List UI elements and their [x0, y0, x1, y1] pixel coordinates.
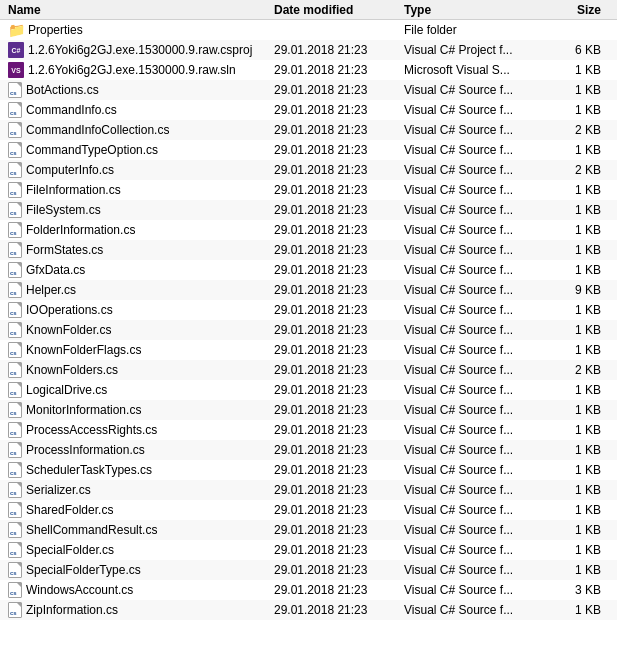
file-date-cell: 29.01.2018 21:23 [274, 423, 404, 437]
filename-text: CommandInfo.cs [26, 103, 117, 117]
file-type-cell: Visual C# Source f... [404, 103, 549, 117]
table-row[interactable]: cs LogicalDrive.cs 29.01.2018 21:23 Visu… [0, 380, 617, 400]
table-row[interactable]: cs KnownFolders.cs 29.01.2018 21:23 Visu… [0, 360, 617, 380]
file-size-cell: 1 KB [549, 383, 609, 397]
file-date-cell: 29.01.2018 21:23 [274, 463, 404, 477]
file-name-cell: cs SchedulerTaskTypes.cs [4, 462, 274, 478]
file-date-cell: 29.01.2018 21:23 [274, 523, 404, 537]
table-row[interactable]: cs ComputerInfo.cs 29.01.2018 21:23 Visu… [0, 160, 617, 180]
table-row[interactable]: cs CommandInfo.cs 29.01.2018 21:23 Visua… [0, 100, 617, 120]
filename-text: FileInformation.cs [26, 183, 121, 197]
file-name-cell: cs ShellCommandResult.cs [4, 522, 274, 538]
file-name-cell: cs ProcessInformation.cs [4, 442, 274, 458]
file-size-cell: 1 KB [549, 343, 609, 357]
file-name-cell: cs CommandInfoCollection.cs [4, 122, 274, 138]
filename-text: KnownFolder.cs [26, 323, 111, 337]
file-type-cell: Visual C# Source f... [404, 83, 549, 97]
col-header-size[interactable]: Size [549, 3, 609, 17]
file-date-cell: 29.01.2018 21:23 [274, 183, 404, 197]
filename-text: SpecialFolder.cs [26, 543, 114, 557]
file-list: Name Date modified Type Size 📁 Propertie… [0, 0, 617, 620]
file-name-cell: cs FolderInformation.cs [4, 222, 274, 238]
file-name-cell: cs CommandInfo.cs [4, 102, 274, 118]
table-row[interactable]: cs CommandTypeOption.cs 29.01.2018 21:23… [0, 140, 617, 160]
table-row[interactable]: cs SchedulerTaskTypes.cs 29.01.2018 21:2… [0, 460, 617, 480]
table-row[interactable]: cs ZipInformation.cs 29.01.2018 21:23 Vi… [0, 600, 617, 620]
cs-file-icon: cs [8, 582, 22, 598]
file-date-cell: 29.01.2018 21:23 [274, 343, 404, 357]
cs-file-icon: cs [8, 122, 22, 138]
table-row[interactable]: cs BotActions.cs 29.01.2018 21:23 Visual… [0, 80, 617, 100]
file-date-cell: 29.01.2018 21:23 [274, 103, 404, 117]
file-size-cell: 1 KB [549, 63, 609, 77]
file-type-cell: Visual C# Source f... [404, 583, 549, 597]
file-size-cell: 1 KB [549, 243, 609, 257]
table-row[interactable]: cs FileSystem.cs 29.01.2018 21:23 Visual… [0, 200, 617, 220]
file-date-cell: 29.01.2018 21:23 [274, 403, 404, 417]
filename-text: ShellCommandResult.cs [26, 523, 157, 537]
cs-file-icon: cs [8, 502, 22, 518]
filename-text: ProcessAccessRights.cs [26, 423, 157, 437]
table-row[interactable]: cs ProcessInformation.cs 29.01.2018 21:2… [0, 440, 617, 460]
file-date-cell: 29.01.2018 21:23 [274, 63, 404, 77]
filename-text: CommandInfoCollection.cs [26, 123, 169, 137]
table-row[interactable]: cs WindowsAccount.cs 29.01.2018 21:23 Vi… [0, 580, 617, 600]
cs-file-icon: cs [8, 182, 22, 198]
file-type-cell: Visual C# Source f... [404, 183, 549, 197]
file-type-cell: Visual C# Source f... [404, 603, 549, 617]
file-size-cell: 1 KB [549, 563, 609, 577]
column-headers: Name Date modified Type Size [0, 0, 617, 20]
table-row[interactable]: cs Helper.cs 29.01.2018 21:23 Visual C# … [0, 280, 617, 300]
file-type-cell: Visual C# Source f... [404, 523, 549, 537]
table-row[interactable]: 📁 Properties File folder [0, 20, 617, 40]
table-row[interactable]: VS 1.2.6Yoki6g2GJ.exe.1530000.9.raw.sln … [0, 60, 617, 80]
table-row[interactable]: cs SpecialFolderType.cs 29.01.2018 21:23… [0, 560, 617, 580]
col-header-type[interactable]: Type [404, 3, 549, 17]
table-row[interactable]: cs Serializer.cs 29.01.2018 21:23 Visual… [0, 480, 617, 500]
file-type-cell: Visual C# Source f... [404, 283, 549, 297]
file-name-cell: cs FormStates.cs [4, 242, 274, 258]
cs-file-icon: cs [8, 262, 22, 278]
cs-file-icon: cs [8, 482, 22, 498]
table-row[interactable]: cs KnownFolder.cs 29.01.2018 21:23 Visua… [0, 320, 617, 340]
table-row[interactable]: cs SharedFolder.cs 29.01.2018 21:23 Visu… [0, 500, 617, 520]
file-type-cell: Visual C# Source f... [404, 223, 549, 237]
file-size-cell: 1 KB [549, 443, 609, 457]
col-header-date[interactable]: Date modified [274, 3, 404, 17]
file-size-cell: 1 KB [549, 143, 609, 157]
filename-text: 1.2.6Yoki6g2GJ.exe.1530000.9.raw.sln [28, 63, 236, 77]
file-size-cell: 2 KB [549, 123, 609, 137]
file-name-cell: cs KnownFolder.cs [4, 322, 274, 338]
filename-text: Properties [28, 23, 83, 37]
table-row[interactable]: cs ShellCommandResult.cs 29.01.2018 21:2… [0, 520, 617, 540]
table-row[interactable]: cs IOOperations.cs 29.01.2018 21:23 Visu… [0, 300, 617, 320]
filename-text: FileSystem.cs [26, 203, 101, 217]
cs-file-icon: cs [8, 82, 22, 98]
file-name-cell: cs SpecialFolderType.cs [4, 562, 274, 578]
filename-text: ComputerInfo.cs [26, 163, 114, 177]
table-row[interactable]: cs FileInformation.cs 29.01.2018 21:23 V… [0, 180, 617, 200]
file-date-cell: 29.01.2018 21:23 [274, 83, 404, 97]
file-type-cell: Visual C# Source f... [404, 423, 549, 437]
table-row[interactable]: cs GfxData.cs 29.01.2018 21:23 Visual C#… [0, 260, 617, 280]
file-date-cell: 29.01.2018 21:23 [274, 503, 404, 517]
table-row[interactable]: cs SpecialFolder.cs 29.01.2018 21:23 Vis… [0, 540, 617, 560]
file-date-cell: 29.01.2018 21:23 [274, 283, 404, 297]
cs-file-icon: cs [8, 602, 22, 618]
file-type-cell: Visual C# Source f... [404, 343, 549, 357]
file-type-cell: Visual C# Source f... [404, 503, 549, 517]
table-row[interactable]: cs ProcessAccessRights.cs 29.01.2018 21:… [0, 420, 617, 440]
table-row[interactable]: cs MonitorInformation.cs 29.01.2018 21:2… [0, 400, 617, 420]
table-row[interactable]: cs FormStates.cs 29.01.2018 21:23 Visual… [0, 240, 617, 260]
file-size-cell: 9 KB [549, 283, 609, 297]
cs-file-icon: cs [8, 542, 22, 558]
table-row[interactable]: cs KnownFolderFlags.cs 29.01.2018 21:23 … [0, 340, 617, 360]
table-row[interactable]: cs CommandInfoCollection.cs 29.01.2018 2… [0, 120, 617, 140]
file-type-cell: Visual C# Source f... [404, 263, 549, 277]
table-row[interactable]: cs FolderInformation.cs 29.01.2018 21:23… [0, 220, 617, 240]
col-header-name[interactable]: Name [4, 3, 274, 17]
sln-icon: VS [8, 62, 24, 78]
filename-text: MonitorInformation.cs [26, 403, 141, 417]
filename-text: SchedulerTaskTypes.cs [26, 463, 152, 477]
table-row[interactable]: C# 1.2.6Yoki6g2GJ.exe.1530000.9.raw.cspr… [0, 40, 617, 60]
